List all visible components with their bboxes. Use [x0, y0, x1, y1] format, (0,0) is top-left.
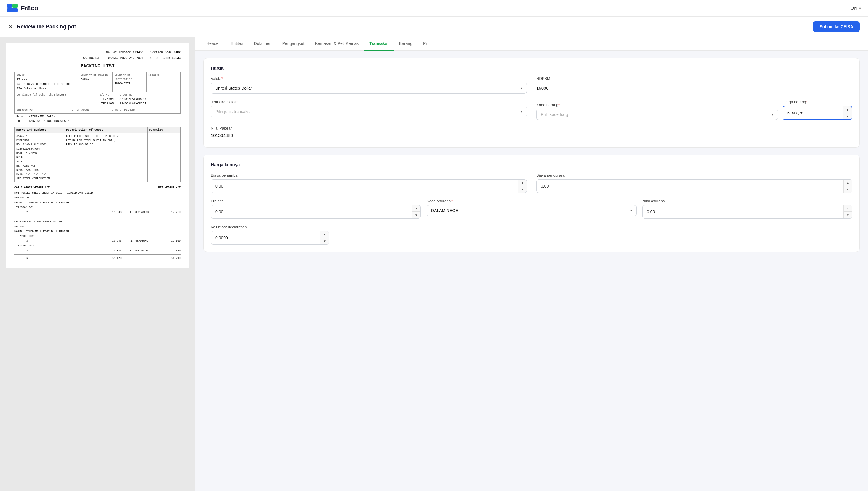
nilai-asuransi-increment[interactable]: ▲: [844, 205, 852, 212]
nilai-asuransi-decrement[interactable]: ▼: [844, 212, 852, 218]
harga-lainnya-title: Harga lainnya: [211, 162, 852, 167]
biaya-pengurang-input[interactable]: [536, 181, 843, 191]
ndpbm-value: 16000: [536, 83, 852, 93]
kode-barang-placeholder: Pilih kode harg: [541, 112, 568, 117]
pdf-net-weight-label: NET WEIGHT M/T: [158, 186, 181, 190]
kode-barang-group: Kode barang* Pilih kode harg ▾: [536, 103, 778, 120]
freight-label: Freight: [211, 199, 421, 203]
freight-field: ▲ ▼: [211, 205, 421, 219]
tab-entitas[interactable]: Entitas: [225, 37, 249, 51]
user-name: Oni: [850, 6, 857, 11]
pdf-consignee-label: Consignee (if other than buyer): [17, 93, 96, 97]
kode-barang-select[interactable]: Pilih kode harg ▾: [536, 109, 778, 120]
user-menu[interactable]: Oni ▾: [850, 6, 861, 11]
harga-barang-label: Harga barang*: [782, 100, 852, 104]
harga-decrement-button[interactable]: ▼: [843, 113, 852, 119]
pdf-sc-1: LTF25804: [100, 97, 114, 102]
voluntary-decrement[interactable]: ▼: [320, 238, 329, 244]
nilai-asuransi-field: ▲ ▼: [643, 205, 852, 219]
form-content: Harga Valuta* United States Dollar ▾: [195, 51, 868, 259]
tab-pr[interactable]: Pr: [418, 37, 433, 51]
page-header-left: ✕ Review file Packing.pdf: [8, 23, 76, 30]
tab-kemasan[interactable]: Kemasan & Peti Kemas: [310, 37, 364, 51]
pdf-invoice-no: 123456: [133, 51, 144, 54]
tab-dokumen[interactable]: Dokumen: [249, 37, 277, 51]
kode-harga-row: Kode barang* Pilih kode harg ▾ Harga bar…: [536, 100, 852, 120]
pdf-on-or-about-label: On or About: [72, 108, 106, 112]
tabs-bar: Header Entitas Dokumen Pengangkut Kemasa…: [195, 37, 868, 51]
jenis-transaksi-label: Jenis transaksi*: [211, 100, 527, 104]
pdf-qty-value: [147, 133, 180, 182]
kode-barang-label: Kode barang*: [536, 103, 778, 107]
biaya-pengurang-field: ▲ ▼: [536, 179, 852, 193]
pdf-from-row: From : MIZUSHIMA JAPAN: [16, 114, 179, 119]
nilai-pabean-value: 101564480: [211, 131, 852, 140]
harga-stepper-btns: ▲ ▼: [843, 107, 852, 119]
pdf-country-dest-label: Country of Destination: [115, 74, 145, 81]
tab-pengangkut[interactable]: Pengangkut: [277, 37, 310, 51]
pdf-goods-row-1: JAKARTAENCKANTONO. S2404ALALYHR003,S2405…: [15, 133, 181, 182]
kode-asuransi-value: DALAM NEGE: [431, 208, 458, 213]
voluntary-label: Voluntary declaration: [211, 225, 247, 229]
voluntary-field-wrapper: ▲ ▼: [211, 231, 329, 244]
freight-input[interactable]: [211, 206, 412, 217]
harga-card: Harga Valuta* United States Dollar ▾: [204, 58, 860, 148]
pdf-col-quantity: Quantity: [147, 126, 180, 133]
nilai-pabean-section: Nilai Pabean 101564480: [211, 126, 852, 140]
pdf-total-gross: 52.120: [28, 256, 122, 261]
biaya-penambah-increment[interactable]: ▲: [518, 179, 527, 186]
pdf-total-net: 51.710: [122, 256, 181, 261]
biaya-penambah-decrement[interactable]: ▼: [518, 186, 527, 193]
kode-asuransi-select[interactable]: DALAM NEGE ▾: [427, 205, 637, 216]
pdf-remarks-label: Remarks: [148, 74, 179, 78]
page-header: ✕ Review file Packing.pdf Submit ke CEIS…: [0, 17, 868, 37]
pdf-order-1: S2404ALALYHR003: [120, 97, 146, 102]
submit-button[interactable]: Submit ke CEISA: [813, 21, 860, 32]
pdf-section-code-label: Section Code: [151, 51, 172, 54]
biaya-penambah-label: Biaya penambah: [211, 173, 527, 177]
freight-decrement[interactable]: ▼: [412, 212, 421, 218]
pdf-preview-panel: No. of Invoice 123456 Section Code BJK2 …: [0, 37, 195, 491]
harga-barang-input[interactable]: [783, 108, 843, 118]
harga-increment-button[interactable]: ▲: [843, 107, 852, 113]
tab-barang[interactable]: Barang: [394, 37, 418, 51]
biaya-penambah-input[interactable]: [211, 181, 518, 191]
tab-transaksi[interactable]: Transaksi: [364, 37, 394, 51]
valuta-label: Valuta*: [211, 76, 527, 81]
voluntary-field: ▲ ▼: [211, 231, 329, 244]
valuta-value: United States Dollar: [215, 86, 252, 90]
biaya-pengurang-label: Biaya pengurang: [536, 173, 852, 177]
chevron-down-icon: ▾: [859, 6, 861, 10]
jenis-transaksi-select[interactable]: Pilih jenis transaksi ▾: [211, 106, 527, 117]
pdf-col-marks: Marks and Numbers: [15, 126, 64, 133]
voluntary-increment[interactable]: ▲: [320, 231, 329, 238]
nilai-asuransi-stepper: ▲ ▼: [843, 205, 852, 218]
valuta-select[interactable]: United States Dollar ▾: [211, 83, 527, 94]
biaya-penambah-field: ▲ ▼: [211, 179, 527, 193]
biaya-pengurang-decrement[interactable]: ▼: [844, 186, 852, 193]
freight-increment[interactable]: ▲: [412, 205, 421, 212]
pdf-country-origin-label: Country of Origin: [81, 74, 111, 78]
biaya-pengurang-increment[interactable]: ▲: [844, 179, 852, 186]
pdf-buyer-name: PT.xxx: [17, 78, 77, 82]
page-title: Review file Packing.pdf: [17, 24, 76, 30]
pdf-section-code: BJK2: [174, 51, 181, 54]
ndpbm-label: NDPBM: [536, 76, 852, 81]
pdf-client-code-label: Client Code: [151, 57, 170, 60]
pdf-issuing-date: OSAKA, May. 24, 2024: [108, 57, 144, 60]
nilai-asuransi-input[interactable]: [643, 206, 843, 217]
freight-stepper: ▲ ▼: [412, 205, 421, 218]
biaya-penambah-group: Biaya penambah ▲ ▼: [211, 173, 527, 193]
close-button[interactable]: ✕: [8, 23, 13, 30]
main-layout: No. of Invoice 123456 Section Code BJK2 …: [0, 37, 868, 491]
kode-asuransi-label: Kode Asuransi*: [427, 199, 637, 203]
pdf-terms-payment-label: Terms of Payment: [110, 108, 179, 112]
tab-header[interactable]: Header: [201, 37, 225, 51]
jenis-transaksi-group: Jenis transaksi* Pilih jenis transaksi ▾: [211, 100, 527, 120]
pdf-col-description: Descri ption of Goods: [64, 126, 148, 133]
pdf-order-2: S2405ALALYCROO4: [120, 102, 146, 106]
jenis-transaksi-placeholder: Pilih jenis transaksi: [215, 109, 250, 114]
harga-barang-field: ▲ ▼: [782, 106, 852, 120]
voluntary-input[interactable]: [211, 232, 320, 243]
pdf-buyer-address: Jalan Raya cakung cilincing no 27a Jakar…: [17, 82, 77, 91]
